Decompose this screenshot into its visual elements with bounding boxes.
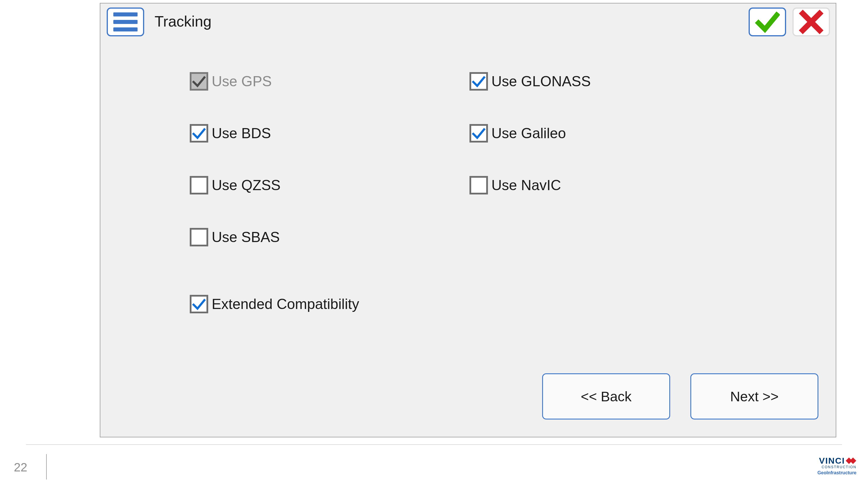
brand-icon: [847, 456, 857, 466]
option-extended-compatibility: Extended Compatibility: [190, 295, 359, 313]
tracking-panel: Tracking Use: [100, 3, 836, 437]
option-galileo: Use Galileo: [469, 107, 749, 159]
hamburger-icon: [113, 20, 137, 24]
panel-header: Tracking: [100, 7, 836, 42]
back-button[interactable]: << Back: [542, 373, 670, 420]
checkbox-extended-compatibility[interactable]: [190, 295, 208, 313]
option-navic: Use NavIC: [469, 159, 749, 211]
checkbox-label: Use Galileo: [491, 125, 566, 142]
option-gps: Use GPS: [190, 55, 469, 107]
next-button[interactable]: Next >>: [690, 373, 818, 420]
checkbox-label: Extended Compatibility: [212, 296, 359, 312]
footer-divider: [26, 444, 842, 445]
hamburger-icon: [113, 12, 137, 17]
option-bds: Use BDS: [190, 107, 469, 159]
brand-subtitle-1: CONSTRUCTION: [817, 465, 857, 469]
ok-button[interactable]: [749, 7, 786, 36]
checkbox-label: Use QZSS: [212, 177, 281, 193]
checkbox-galileo[interactable]: [469, 124, 488, 143]
close-icon: [799, 9, 824, 34]
checkbox-qzss[interactable]: [190, 176, 208, 194]
brand-subtitle-2: GeoInfrastructure: [817, 470, 857, 476]
checkbox-label: Use NavIC: [491, 177, 561, 193]
hamburger-icon: [113, 27, 137, 31]
checkmark-icon: [755, 9, 780, 34]
brand-name: VINCI: [819, 456, 845, 466]
page-number: 22: [14, 460, 27, 474]
cancel-button[interactable]: [793, 7, 830, 36]
wizard-nav: << Back Next >>: [542, 373, 818, 420]
page-title: Tracking: [155, 13, 211, 30]
checkbox-sbas[interactable]: [190, 228, 208, 246]
page-number-divider: [46, 454, 47, 480]
checkbox-label: Use GPS: [212, 73, 272, 90]
option-qzss: Use QZSS: [190, 159, 469, 211]
checkbox-gps: [190, 72, 208, 91]
option-glonass: Use GLONASS: [469, 55, 749, 107]
checkbox-glonass[interactable]: [469, 72, 488, 91]
brand-logo: VINCI CONSTRUCTION GeoInfrastructure: [817, 456, 857, 476]
menu-button[interactable]: [107, 7, 144, 36]
checkbox-label: Use GLONASS: [491, 73, 591, 90]
checkbox-navic[interactable]: [469, 176, 488, 194]
checkbox-bds[interactable]: [190, 124, 208, 143]
option-sbas: Use SBAS: [190, 211, 469, 263]
options-grid: Use GPS Use GLONASS: [190, 55, 795, 263]
checkbox-label: Use SBAS: [212, 229, 280, 245]
checkbox-label: Use BDS: [212, 125, 271, 142]
